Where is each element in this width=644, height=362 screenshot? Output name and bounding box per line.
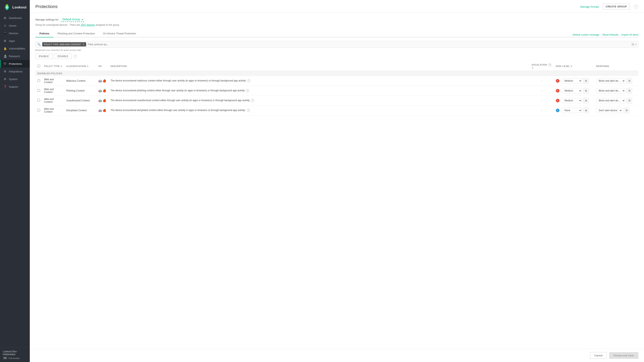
sidebar-item-research[interactable]: 🔬 Research [0,52,30,60]
footer-actions: Cancel Review and Save [30,349,644,362]
escalation-value: – [532,109,552,112]
risk-settings-button[interactable]: ⚙ [583,88,589,93]
research-icon: 🔬 [3,54,7,58]
review-save-button[interactable]: Review and Save [609,352,638,359]
risk-level-select[interactable]: Medium None Low Medium High [562,78,582,83]
create-group-button[interactable]: CREATE GROUP [603,3,630,10]
cancel-button[interactable]: Cancel [590,352,606,359]
actions-help-button[interactable]: ? [74,54,77,58]
classification-cell: Denylisted Content [64,106,96,115]
tab-threat[interactable]: On-Device Threat Protection [99,30,140,37]
copy-response-button[interactable]: ⧉ [626,78,632,84]
response-cell: Block and alert de... ⧉ [594,76,638,86]
default-custom-message-link[interactable]: Default custom message [573,33,599,36]
copy-response-button[interactable]: ⧉ [626,88,632,93]
logo: Lookout [0,0,30,14]
row-checkbox[interactable] [38,109,40,111]
risk-alert-icon: ! [556,89,560,92]
response-select[interactable]: Block and alert de... [596,98,625,103]
disable-button[interactable]: DISABLE [54,54,72,59]
risk-settings-button[interactable]: ⚙ [583,98,589,103]
description-help-icon[interactable]: ? [251,99,254,102]
main-content: Protections Manage Groups CREATE GROUP ?… [30,0,644,362]
filter-input[interactable] [88,43,630,46]
th-os: OS [96,62,108,71]
sidebar-item-label: Integrations [9,70,22,73]
sidebar-navigation: ⊞ Dashboard ⚠ Issues 📱 Devices ⊞ Apps 🔒 … [0,14,30,348]
sidebar-item-vulnerabilities[interactable]: 🔒 Vulnerabilities [0,45,30,52]
response-select[interactable]: Block and alert de... [596,78,625,83]
classification-cell: Phishing Content [64,86,96,96]
response-select[interactable]: Don't alert device [596,108,622,113]
devices-icon: 📱 [3,31,7,35]
th-description: DESCRIPTION [108,62,530,71]
sidebar: Lookout ⊞ Dashboard ⚠ Issues 📱 Devices ⊞… [0,0,30,362]
table-row: Web and Content Unauthorized Content 🤖🍎 … [36,96,638,106]
sidebar-item-support[interactable]: ❓ Support [0,83,30,90]
risk-settings-button[interactable]: ⚙ [583,78,589,84]
vulnerabilities-icon: 🔒 [3,47,7,50]
group-info: Group for unassigned devices · There are… [36,23,638,26]
escalation-cell: – [530,86,554,96]
sidebar-item-apps[interactable]: ⊞ Apps [0,37,30,45]
table-row: Web and Content Denylisted Content 🤖🍎 Th… [36,106,638,115]
risk-alert-icon: ! [556,99,560,102]
sidebar-item-system[interactable]: ⚙ System [0,75,30,83]
th-escalation: ESCALATION ? [530,62,554,71]
bookmark-icon[interactable]: ⊟ [632,42,634,46]
user-role: FS Full access [3,357,27,360]
integrations-icon: ⚙ [3,70,7,73]
reset-defaults-link[interactable]: Reset Defaults [602,33,618,36]
sidebar-item-issues[interactable]: ⚠ Issues [0,22,30,29]
devices-count-link[interactable]: 1057 devices [81,23,95,26]
escalation-value: – [532,99,552,102]
escalation-help-icon[interactable]: ? [548,63,552,66]
copy-response-button[interactable]: ⧉ [624,108,629,113]
risk-level-select[interactable]: Medium None Low Medium High [562,98,582,103]
tab-policies[interactable]: Policies [36,30,53,37]
sidebar-item-integrations[interactable]: ⚙ Integrations [0,67,30,75]
row-checkbox[interactable] [38,89,40,92]
tab-phishing[interactable]: Phishing and Content Protection [53,30,99,37]
android-icon: 🤖 [98,109,102,112]
risk-level-select[interactable]: Medium None Low Medium High [562,88,582,93]
android-icon: 🤖 [98,99,102,102]
sidebar-item-label: Vulnerabilities [9,47,25,50]
row-checkbox[interactable] [38,99,40,102]
section-header-disabled: DISABLED POLICIES [36,71,638,76]
select-all-checkbox[interactable] [38,65,40,67]
export-link[interactable]: Export 44 items [622,33,638,36]
enable-button[interactable]: ENABLE [36,54,52,59]
description-cell: The device encountered phishing content … [108,86,530,96]
help-button[interactable]: ? [634,4,638,9]
group-selector[interactable]: Default Group [61,17,84,22]
classification-cell: Malicious Content [64,76,96,86]
copy-response-button[interactable]: ⧉ [626,98,632,103]
os-cell: 🤖🍎 [96,96,108,106]
th-risk-level[interactable]: RISK LEVEL [554,62,594,71]
table-row: Web and Content Malicious Content 🤖🍎 The… [36,76,638,86]
risk-level-select[interactable]: None None Low Medium High [562,108,582,113]
logo-text: Lookout [12,5,26,9]
manage-groups-link[interactable]: Manage Groups [580,5,599,8]
risk-settings-button[interactable]: ⚙ [583,108,589,113]
filter-tag-close-button[interactable]: ✕ [82,43,84,46]
system-icon: ⚙ [3,77,7,81]
row-checkbox-cell [36,96,42,106]
th-classification[interactable]: CLASSIFICATION [64,62,96,71]
escalation-value: – [532,79,552,82]
response-select[interactable]: Block and alert de... [596,88,625,93]
sidebar-item-devices[interactable]: 📱 Devices [0,29,30,37]
filter-chevron-icon[interactable]: ▾ [635,43,636,46]
th-policy-type[interactable]: POLICY TYPE [42,62,64,71]
description-help-icon[interactable]: ? [247,109,250,112]
description-help-icon[interactable]: ? [247,79,250,82]
org-name: Lookout-Dev-Hollandaise [3,350,27,356]
description-help-icon[interactable]: ? [246,89,249,92]
escalation-cell: – [530,76,554,86]
row-checkbox[interactable] [38,79,40,82]
escalation-value: – [532,89,552,92]
sidebar-item-dashboard[interactable]: ⊞ Dashboard [0,14,30,22]
sidebar-item-protections[interactable]: 🛡 Protections [0,60,30,67]
tab-actions: Default custom message Reset Defaults Ex… [573,33,638,37]
